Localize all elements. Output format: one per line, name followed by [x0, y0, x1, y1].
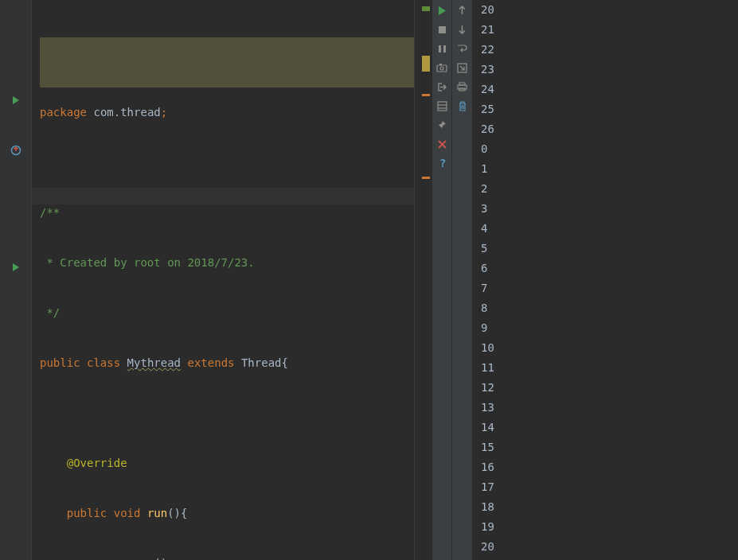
close-icon[interactable] — [435, 137, 449, 151]
layout-icon[interactable] — [435, 99, 449, 113]
console-line: 12 — [481, 378, 730, 398]
svg-rect-4 — [437, 65, 447, 72]
console-line: 24 — [481, 80, 730, 99]
pin-icon[interactable] — [435, 118, 449, 132]
camera-icon[interactable] — [435, 60, 449, 75]
console-line: 4 — [481, 219, 730, 239]
console-line: 11 — [481, 358, 730, 378]
svg-rect-1 — [439, 26, 446, 33]
run-toolbar-col2 — [452, 0, 473, 560]
soft-wrap-icon[interactable] — [455, 41, 470, 56]
console-line: 14 — [481, 418, 730, 438]
run-icon[interactable] — [435, 3, 449, 18]
down-arrow-icon[interactable] — [455, 22, 470, 37]
svg-rect-7 — [438, 102, 447, 111]
comment-open: /** — [40, 206, 60, 219]
print-icon[interactable] — [455, 80, 470, 94]
console-line: 26 — [481, 119, 730, 139]
svg-text:?: ? — [439, 158, 446, 169]
console-line: 16 — [481, 457, 730, 477]
console-line: 21 — [481, 20, 730, 40]
marker-icon[interactable] — [422, 177, 430, 179]
console-line: 8 — [481, 298, 730, 318]
svg-rect-2 — [439, 45, 441, 52]
brace-open: { — [282, 356, 288, 369]
console-line: 6 — [481, 259, 730, 278]
up-arrow-icon[interactable] — [455, 3, 470, 18]
console-line: 17 — [481, 477, 730, 497]
console-line: 9 — [481, 318, 730, 338]
help-icon[interactable]: ? — [435, 156, 449, 170]
console-line: 3 — [481, 199, 730, 219]
console-line: 0 — [481, 139, 730, 159]
console-line: 13 — [481, 398, 730, 418]
scroll-to-end-icon[interactable] — [455, 60, 470, 75]
marker-icon[interactable] — [422, 6, 430, 11]
console-line: 20 — [481, 0, 730, 20]
keyword-class: class — [87, 356, 120, 369]
stop-icon[interactable] — [435, 22, 449, 37]
console-line: 7 — [481, 278, 730, 298]
keyword-public: public — [67, 507, 107, 519]
console-line: 19 — [481, 517, 730, 537]
svg-point-5 — [440, 67, 443, 70]
editor-gutter — [0, 0, 32, 560]
keyword-void: void — [114, 507, 141, 519]
semicolon: ; — [161, 106, 167, 119]
run-toolbar-col1: ? — [431, 0, 452, 560]
marker-icon[interactable] — [422, 94, 430, 96]
class-name: Mythread — [127, 356, 181, 369]
console-line: 20 — [481, 537, 730, 557]
pause-icon[interactable] — [435, 41, 449, 56]
console-output[interactable]: 2021222324252601234567891011121314151617… — [473, 0, 738, 560]
console-line: 18 — [481, 497, 730, 517]
console-line: 25 — [481, 99, 730, 119]
console-line: 23 — [481, 60, 730, 80]
svg-rect-3 — [443, 45, 446, 52]
editor-right-margin[interactable] — [414, 0, 431, 560]
run-main-icon[interactable] — [10, 261, 22, 274]
console-line: 5 — [481, 239, 730, 259]
warning-marker-icon[interactable] — [422, 56, 430, 72]
override-method-icon[interactable] — [10, 144, 22, 157]
console-line: 2 — [481, 179, 730, 199]
svg-rect-6 — [439, 64, 442, 65]
console-line: 1 — [481, 159, 730, 179]
exit-icon[interactable] — [435, 80, 449, 94]
run-class-icon[interactable] — [10, 94, 22, 107]
console-line: 10 — [481, 338, 730, 358]
parent-class: Thread — [241, 356, 282, 369]
keyword-public: public — [40, 356, 80, 369]
annotation-override: @Override — [67, 457, 127, 469]
code-editor[interactable]: package com.thread; /** * Created by roo… — [32, 0, 414, 560]
keyword-package: package — [40, 106, 87, 119]
trash-icon[interactable] — [455, 99, 470, 113]
method-run: run — [147, 507, 167, 519]
console-line: 22 — [481, 40, 730, 60]
package-name: com.thread — [93, 106, 160, 119]
keyword-extends: extends — [187, 356, 234, 369]
console-line: 15 — [481, 438, 730, 457]
keyword-super: super — [93, 557, 127, 560]
comment-close: */ — [40, 306, 60, 319]
comment-body: * Created by root on 2018/7/23. — [40, 256, 255, 269]
